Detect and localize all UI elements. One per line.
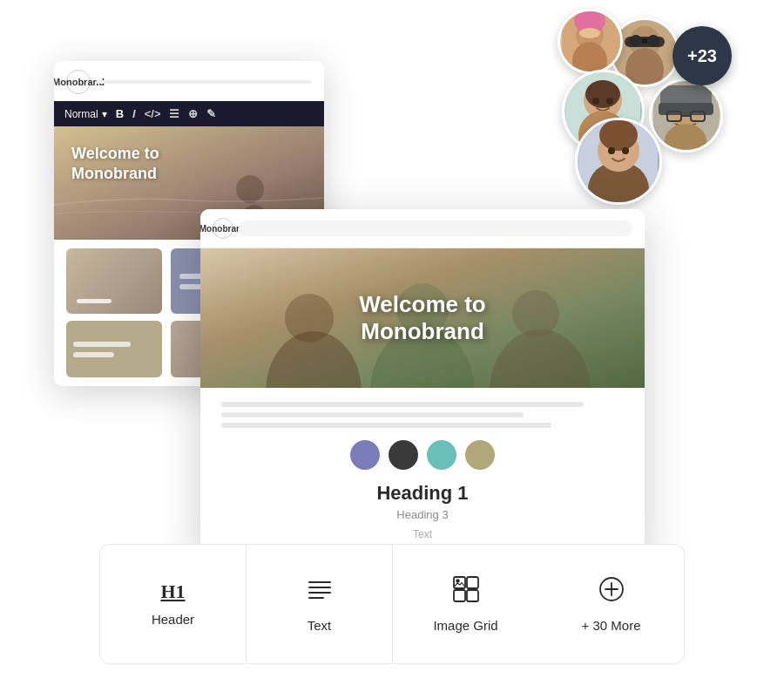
plus-circle-icon — [598, 575, 625, 607]
code-button[interactable]: </> — [145, 107, 161, 120]
svg-point-13 — [579, 28, 600, 38]
svg-point-37 — [285, 294, 334, 343]
editor-logo: Monobrand — [66, 70, 91, 94]
tool-card-text[interactable]: Text — [246, 544, 392, 664]
pen-button[interactable]: ✎ — [206, 107, 216, 120]
preview-logo: Monobrand — [213, 218, 233, 239]
italic-button[interactable]: I — [132, 107, 136, 120]
tool-label-text: Text — [308, 618, 332, 633]
preview-body: Heading 1 Heading 3 Text — [200, 388, 645, 558]
avatar-5 — [575, 118, 662, 205]
svg-point-2 — [236, 175, 264, 203]
content-thumbnail-1 — [66, 248, 162, 314]
swatch-dark — [389, 440, 418, 470]
link-button[interactable]: ⊕ — [188, 107, 198, 120]
svg-rect-47 — [467, 577, 478, 588]
color-swatches — [221, 440, 624, 470]
svg-point-50 — [456, 580, 459, 582]
avatar-4 — [649, 78, 723, 153]
swatch-tan — [465, 440, 495, 470]
svg-point-18 — [592, 98, 599, 105]
toolbar-style-selector[interactable]: Normal ▾ — [64, 108, 107, 120]
preview-line-1 — [221, 402, 584, 407]
bold-button[interactable]: B — [116, 107, 124, 120]
tool-card-header[interactable]: H1 Header — [99, 544, 246, 664]
editor-titlebar: Monobrand — [54, 61, 324, 94]
avatars-cluster: +23 — [558, 9, 732, 200]
svg-point-34 — [622, 147, 629, 154]
swatch-teal — [427, 440, 456, 470]
svg-rect-48 — [454, 590, 465, 601]
chevron-icon: ▾ — [102, 108, 107, 120]
hero-text-line2: Monobrand — [359, 318, 485, 345]
preview-hero-text: Welcome to Monobrand — [359, 291, 485, 345]
hero-text-line1: Welcome to — [359, 291, 485, 318]
preview-text-label: Text — [221, 528, 624, 540]
svg-point-32 — [599, 119, 638, 151]
preview-line-2 — [221, 412, 524, 417]
image-grid-icon — [452, 575, 480, 607]
preview-titlebar: Monobrand — [200, 209, 645, 248]
preview-window: Monobrand — [200, 209, 645, 558]
list-button[interactable]: ☰ — [169, 107, 179, 120]
svg-point-17 — [585, 80, 620, 108]
style-label: Normal — [64, 108, 98, 120]
editor-toolbar: Normal ▾ B I </> ☰ ⊕ ✎ — [54, 101, 324, 126]
header-icon: H1 — [160, 582, 185, 601]
preview-heading: Heading 1 — [221, 482, 624, 505]
content-card-left — [66, 321, 162, 377]
tool-card-image-grid[interactable]: Image Grid — [392, 544, 538, 664]
scene: Monobrand Normal ▾ B I </> ☰ ⊕ ✎ — [0, 0, 784, 699]
svg-rect-49 — [467, 590, 478, 601]
avatar-2 — [558, 9, 623, 74]
tool-label-more: + 30 More — [582, 618, 641, 633]
text-icon — [306, 575, 334, 607]
svg-rect-8 — [642, 38, 647, 44]
editor-hero-text-content: Welcome to Monobrand — [71, 145, 159, 182]
preview-line-3 — [221, 423, 551, 428]
avatar-count-label: +23 — [687, 46, 717, 66]
svg-point-41 — [512, 290, 559, 337]
preview-text-lines — [221, 402, 624, 428]
tool-label-header: Header — [152, 612, 194, 627]
svg-point-33 — [608, 147, 615, 154]
avatar-count-badge: +23 — [672, 26, 732, 85]
svg-rect-46 — [454, 577, 465, 588]
swatch-lavender — [350, 440, 380, 470]
tool-card-more[interactable]: + 30 More — [538, 544, 685, 664]
tool-cards-container: H1 Header Text — [99, 544, 685, 664]
svg-point-19 — [606, 98, 613, 105]
preview-hero: Welcome to Monobrand — [200, 248, 645, 388]
tool-label-image-grid: Image Grid — [433, 618, 497, 633]
svg-point-7 — [647, 35, 659, 47]
preview-url-bar — [239, 221, 632, 236]
svg-point-6 — [630, 35, 642, 47]
preview-subheading: Heading 3 — [221, 508, 624, 521]
editor-hero-text: Welcome to Monobrand — [71, 144, 159, 185]
